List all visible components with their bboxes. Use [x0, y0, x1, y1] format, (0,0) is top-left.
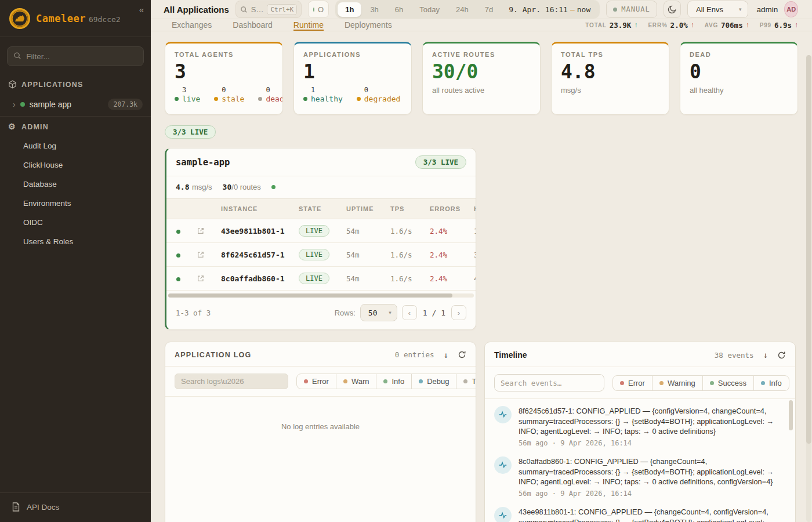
trend-up-icon: ↑ [691, 21, 694, 29]
avatar[interactable]: AD [784, 1, 798, 17]
event-item[interactable]: 8f6245c61d57-1: CONFIG_APPLIED — {config… [494, 406, 782, 447]
bottom-panels: APPLICATION LOG 0 entries ↓ Error Warn I… [165, 342, 798, 522]
errors-cell: 2.4% [423, 267, 467, 291]
theme-toggle-button[interactable] [664, 1, 681, 18]
refresh-mode-button[interactable]: MANUAL [606, 1, 657, 18]
range-today[interactable]: Today [412, 2, 447, 17]
scrollbar-thumb[interactable] [168, 293, 452, 298]
card-title: TOTAL TPS [561, 51, 659, 58]
trend-up-icon: ↑ [795, 21, 798, 29]
filter-label: Warning [668, 379, 695, 387]
gray-dot [258, 97, 262, 101]
substat-label: dead [266, 95, 283, 104]
filter-success[interactable]: Success [702, 375, 754, 391]
instance-id[interactable]: 43ee9811b801-1 [214, 219, 292, 243]
filter-error[interactable]: Error [296, 374, 336, 389]
card-substats: 1healthy 0degraded 0critical [303, 86, 402, 104]
filter-input[interactable] [26, 52, 137, 61]
table-row[interactable]: 8c0affadb860-1 LIVE 54m 1.6/s 2.4% 4 [166, 267, 476, 291]
global-search[interactable]: S… Ctrl+K [235, 1, 302, 18]
range-24h[interactable]: 24h [448, 2, 476, 17]
connection-status-badge[interactable]: O [308, 1, 329, 18]
external-link-icon[interactable] [197, 274, 205, 282]
log-search-input[interactable] [175, 374, 288, 389]
refresh-icon[interactable] [458, 350, 466, 359]
status-dot [176, 253, 180, 258]
event-body: 8c0affadb860-1: CONFIG_APPLIED — {change… [519, 456, 782, 498]
environment-select[interactable]: All Envs ▾ [687, 1, 748, 18]
range-6h[interactable]: 6h [387, 2, 411, 17]
event-timestamp: 56m ago · 9 Apr 2026, 16:14 [519, 490, 782, 498]
chevron-down-icon: ▾ [389, 310, 392, 316]
stat-err: ERR%2.0%↑ [648, 21, 694, 30]
col-tps: TPS [383, 199, 423, 219]
chevron-right-icon[interactable]: › [13, 100, 16, 109]
filter-debug[interactable]: Debug [411, 374, 456, 389]
time-range-control: 1h 3h 6h Today 24h 7d 9. Apr. 16:11—now [335, 0, 600, 19]
log-level-filters: Error Warn Info Debug Trace [296, 374, 476, 389]
prev-page-button[interactable]: ‹ [402, 305, 417, 320]
stat-value: 23.9K [610, 21, 632, 30]
filter-trace[interactable]: Trace [456, 374, 476, 389]
sidebar-item-api-docs[interactable]: API Docs [0, 493, 151, 522]
download-icon[interactable]: ↓ [444, 351, 448, 359]
stat-cards: TOTAL AGENTS 3 3live 0stale 0dead APPLIC… [165, 42, 798, 115]
sidebar-item-environments[interactable]: Environments [0, 194, 151, 213]
status-cell [166, 243, 190, 267]
substat-num: 1 [311, 86, 343, 95]
page-scrollbar[interactable] [806, 55, 811, 522]
filter-info[interactable]: Info [376, 374, 412, 389]
sidebar-collapse-icon[interactable]: « [139, 5, 144, 14]
external-link-icon[interactable] [197, 251, 205, 259]
table-row[interactable]: 8f6245c61d57-1 LIVE 54m 1.6/s 2.4% 3 [166, 243, 476, 267]
live-summary-row: 3/3 LIVE [165, 125, 798, 139]
external-link-icon[interactable] [197, 227, 205, 235]
tps-unit: msg/s [192, 183, 212, 191]
filter-warning[interactable]: Warning [652, 375, 703, 391]
refresh-icon[interactable] [777, 351, 786, 360]
sidebar-item-clickhouse[interactable]: ClickHouse [0, 155, 151, 175]
event-item[interactable]: 43ee9811b801-1: CONFIG_APPLIED — {change… [494, 507, 782, 522]
scrollbar-thumb[interactable] [806, 55, 811, 444]
sidebar-item-oidc[interactable]: OIDC [0, 213, 151, 232]
filter-info[interactable]: Info [753, 375, 789, 391]
event-message: 43ee9811b801-1: CONFIG_APPLIED — {change… [519, 507, 782, 522]
status-dot [176, 230, 180, 234]
timeline-scrollbar-thumb[interactable] [789, 400, 793, 430]
sidebar: Cameleer69dcce2 « APPLICATIONS › sample … [0, 0, 151, 522]
range-1h[interactable]: 1h [338, 2, 361, 17]
events-count: 38 events [715, 351, 754, 360]
instance-id[interactable]: 8f6245c61d57-1 [214, 243, 292, 267]
horizontal-scrollbar[interactable] [168, 293, 474, 298]
event-body: 8f6245c61d57-1: CONFIG_APPLIED — {config… [519, 406, 782, 447]
live-badge[interactable]: 3/3 LIVE [165, 125, 216, 139]
instance-id[interactable]: 8c0affadb860-1 [214, 267, 292, 291]
event-item[interactable]: 8c0affadb860-1: CONFIG_APPLIED — {change… [494, 456, 782, 498]
tab-dashboard[interactable]: Dashboard [233, 19, 273, 31]
filter-label: Trace [472, 377, 476, 386]
rows-per-page-select[interactable]: 50 ▾ [360, 304, 397, 321]
tab-exchanges[interactable]: Exchanges [172, 19, 212, 31]
cube-icon [8, 80, 17, 89]
range-3h[interactable]: 3h [362, 2, 386, 17]
stat-total: TOTAL23.9K↑ [585, 21, 637, 30]
table-row[interactable]: 43ee9811b801-1 LIVE 54m 1.6/s 2.4% 1 [166, 219, 476, 243]
sidebar-item-users-roles[interactable]: Users & Roles [0, 232, 151, 251]
timeline-search-input[interactable] [494, 374, 604, 392]
sidebar-item-audit-log[interactable]: Audit Log [0, 136, 151, 155]
tps-cell: 1.6/s [383, 219, 423, 243]
health-cell: 3 [467, 243, 476, 267]
download-icon[interactable]: ↓ [763, 351, 768, 359]
next-page-button[interactable]: › [451, 305, 466, 320]
tab-runtime[interactable]: Runtime [293, 19, 324, 31]
application-name[interactable]: sample-app [176, 157, 230, 168]
sidebar-item-sample-app[interactable]: › sample app 207.3k [0, 94, 151, 116]
sidebar-item-database[interactable]: Database [0, 175, 151, 194]
filter-warn[interactable]: Warn [336, 374, 377, 389]
col-state: STATE [292, 199, 339, 219]
range-7d[interactable]: 7d [477, 2, 501, 17]
date-range-display[interactable]: 9. Apr. 16:11—now [502, 5, 597, 14]
tab-deployments[interactable]: Deployments [345, 19, 392, 31]
filter-error[interactable]: Error [612, 375, 652, 391]
card-value: 1 [303, 62, 402, 81]
